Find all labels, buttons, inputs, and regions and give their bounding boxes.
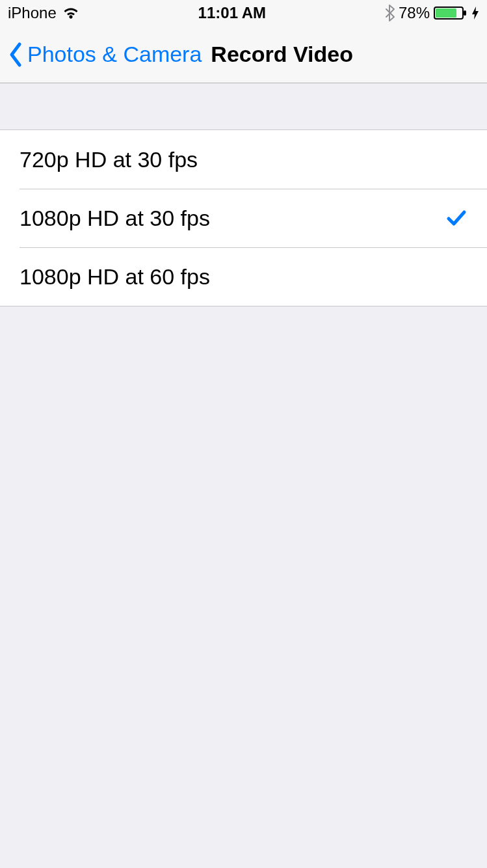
back-button[interactable]: Photos & Camera: [8, 42, 202, 68]
back-label: Photos & Camera: [27, 42, 202, 67]
option-label: 1080p HD at 30 fps: [20, 206, 210, 231]
bluetooth-icon: [384, 5, 395, 21]
option-label: 720p HD at 30 fps: [20, 147, 198, 172]
option-label: 1080p HD at 60 fps: [20, 264, 210, 290]
chevron-left-icon: [8, 42, 23, 68]
status-bar: iPhone 11:01 AM 78%: [0, 0, 487, 26]
wifi-icon: [62, 6, 80, 20]
svg-rect-1: [436, 8, 456, 18]
option-720p-30[interactable]: 720p HD at 30 fps: [0, 130, 487, 189]
status-right: 78%: [384, 4, 479, 22]
svg-rect-2: [464, 10, 466, 16]
page-title: Record Video: [211, 42, 353, 67]
checkmark-icon: [445, 207, 467, 229]
option-1080p-60[interactable]: 1080p HD at 60 fps: [0, 247, 487, 306]
charging-icon: [471, 6, 479, 20]
battery-icon: [434, 6, 467, 20]
content-area: 720p HD at 30 fps 1080p HD at 30 fps 108…: [0, 83, 487, 306]
status-time: 11:01 AM: [198, 4, 266, 22]
option-1080p-30[interactable]: 1080p HD at 30 fps: [0, 189, 487, 247]
carrier-label: iPhone: [8, 4, 57, 22]
battery-percent: 78%: [399, 4, 430, 22]
options-list: 720p HD at 30 fps 1080p HD at 30 fps 108…: [0, 129, 487, 306]
status-left: iPhone: [8, 4, 80, 22]
section-spacer: [0, 83, 487, 129]
navigation-bar: Photos & Camera Record Video: [0, 26, 487, 83]
